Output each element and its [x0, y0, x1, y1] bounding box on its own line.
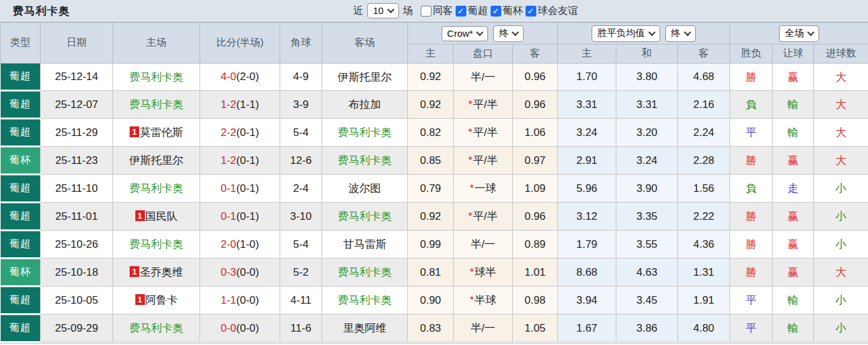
bookmaker-select[interactable]: Crow* [442, 26, 489, 41]
score-halftime: (2-0) [236, 71, 259, 83]
avg-away-cell: 2.22 [678, 203, 730, 231]
avg-home-cell: 3.94 [558, 287, 616, 315]
col-header-home: 主场 [113, 23, 200, 64]
score-fulltime: 0-1 [220, 210, 236, 222]
team-name: 费马利卡奥 [130, 98, 184, 111]
chevron-down-icon [648, 29, 655, 36]
filter-checkbox-1[interactable]: ✓ [456, 6, 466, 17]
recent-suffix: 场 [403, 4, 413, 18]
result-handicap-cell: 赢 [773, 147, 814, 175]
score-cell: 0-1(0-1) [200, 175, 280, 203]
home-team-cell: 1国民队 [113, 203, 200, 231]
filter-checkbox-label: 球会友谊 [538, 4, 578, 18]
avg-draw-cell: 3.86 [616, 315, 678, 342]
date-cell: 25-10-05 [41, 287, 113, 315]
handicap-value: 半球 [475, 294, 496, 306]
match-row: 葡超25-11-291莫雷伦斯2-2(0-1)5-4费马利卡奥0.82*平/半1… [1, 119, 868, 147]
filter-checkbox-2[interactable]: ✓ [491, 6, 501, 17]
result-handicap-cell: 赢 [773, 231, 814, 259]
recent-count-select[interactable]: 10 [367, 3, 399, 18]
result-handicap-cell: 赢 [773, 259, 814, 287]
score-fulltime: 1-2 [220, 154, 236, 166]
scope-select[interactable]: 全场 [779, 25, 819, 42]
handicap-cell: *平/半 [454, 91, 513, 119]
result-value: 平 [746, 126, 757, 139]
handicap-value: 平/半 [473, 210, 498, 222]
result-handicap-cell: 輸 [773, 315, 814, 342]
corner-cell: 5-4 [280, 231, 322, 259]
score-fulltime: 0-1 [220, 182, 236, 194]
result-value: 勝 [746, 266, 757, 278]
avg-time-select[interactable]: 终 [665, 25, 696, 42]
odds-time-select[interactable]: 终 [493, 25, 524, 42]
col-header-score: 比分(半场) [200, 23, 280, 64]
home-team-cell: 费马利卡奥 [113, 64, 200, 91]
handicap-value: 球半 [475, 266, 496, 278]
home-team-cell: 伊斯托里尔 [113, 147, 200, 175]
match-row: 葡超25-10-26费马利卡奥2-0(1-0)5-4甘马雷斯0.99半/一0.8… [1, 231, 868, 259]
avg-draw-cell: 3.90 [616, 175, 678, 203]
avg-draw-cell: 3.24 [616, 147, 678, 175]
result-value: 大 [836, 98, 846, 111]
result-value: 勝 [746, 210, 757, 222]
chevron-down-icon [477, 29, 484, 36]
team-name: 费马利卡奥 [130, 322, 184, 334]
handicap-cell: *平/半 [454, 147, 513, 175]
score-halftime: (0-1) [236, 154, 259, 166]
result-handicap-cell: 赢 [773, 64, 814, 91]
filter-checkbox-label: 葡超 [468, 4, 488, 18]
sub-header-goals: 进球数 [814, 44, 868, 64]
odds-home-cell: 0.83 [408, 315, 454, 342]
away-team-cell: 费马利卡奥 [322, 259, 408, 287]
result-value: 大 [836, 126, 846, 139]
odds-home-cell: 0.90 [408, 287, 454, 315]
sub-header-outcome: 胜负 [730, 44, 773, 64]
date-cell: 25-11-29 [41, 119, 113, 147]
filter-checkbox-3[interactable]: ✓ [526, 6, 536, 17]
home-team-cell: 费马利卡奥 [113, 91, 200, 119]
result-value: 輸 [788, 98, 799, 111]
score-fulltime: 4-0 [220, 71, 236, 83]
handicap-value: 平/半 [473, 98, 498, 111]
handicap-cell: *球半 [454, 259, 513, 287]
match-row: 葡超25-12-07费马利卡奥1-2(1-1)3-9布拉加0.92*平/半0.9… [1, 91, 868, 119]
filter-checkbox-0[interactable] [421, 6, 431, 17]
home-team-cell: 1圣乔奥维 [113, 259, 200, 287]
result-value: 輸 [788, 294, 799, 306]
avg-home-cell: 3.12 [558, 203, 616, 231]
result-outcome-cell: 負 [730, 175, 773, 203]
avg-home-cell: 5.96 [558, 175, 616, 203]
avg-away-cell: 2.24 [678, 119, 730, 147]
team-name: 费马利卡奥 [130, 238, 184, 250]
chevron-down-icon [684, 29, 691, 36]
result-goals-cell: 小 [814, 175, 868, 203]
match-row: 葡超25-09-29费马利卡奥0-0(0-0)11-6里奥阿维0.83半/一1.… [1, 315, 868, 342]
score-cell: 0-0(0-0) [200, 315, 280, 342]
score-cell: 1-1(0-0) [200, 287, 280, 315]
away-team-cell: 费马利卡奥 [322, 287, 408, 315]
avg-draw-cell: 3.80 [616, 64, 678, 91]
odds-home-cell: 0.85 [408, 147, 454, 175]
result-outcome-cell: 負 [730, 91, 773, 119]
sub-header-avg-home: 主 [558, 44, 616, 64]
avg-home-cell: 1.67 [558, 315, 616, 342]
home-team-cell: 费马利卡奥 [113, 231, 200, 259]
result-value: 赢 [788, 154, 799, 166]
avg-home-cell: 8.68 [558, 259, 616, 287]
odds-group-header: Crow* 终 [408, 23, 558, 44]
team-name: 伊斯托里尔 [130, 154, 184, 166]
avg-home-cell: 1.79 [558, 231, 616, 259]
result-value: 小 [836, 182, 846, 194]
score-cell: 4-0(2-0) [200, 64, 280, 91]
avg-type-select[interactable]: 胜平负均值 [592, 25, 660, 42]
result-goals-cell: 大 [814, 64, 868, 91]
avg-away-cell: 1.31 [678, 259, 730, 287]
league-type-cell: 葡超 [1, 175, 41, 203]
league-type-cell: 葡超 [1, 64, 41, 91]
result-goals-cell: 大 [814, 91, 868, 119]
team-name: 阿鲁卡 [146, 294, 178, 306]
team-name: 甘马雷斯 [343, 238, 386, 250]
result-value: 大 [836, 266, 846, 278]
avg-draw-cell: 3.35 [616, 203, 678, 231]
team-name: 费马利卡奥 [338, 126, 392, 139]
